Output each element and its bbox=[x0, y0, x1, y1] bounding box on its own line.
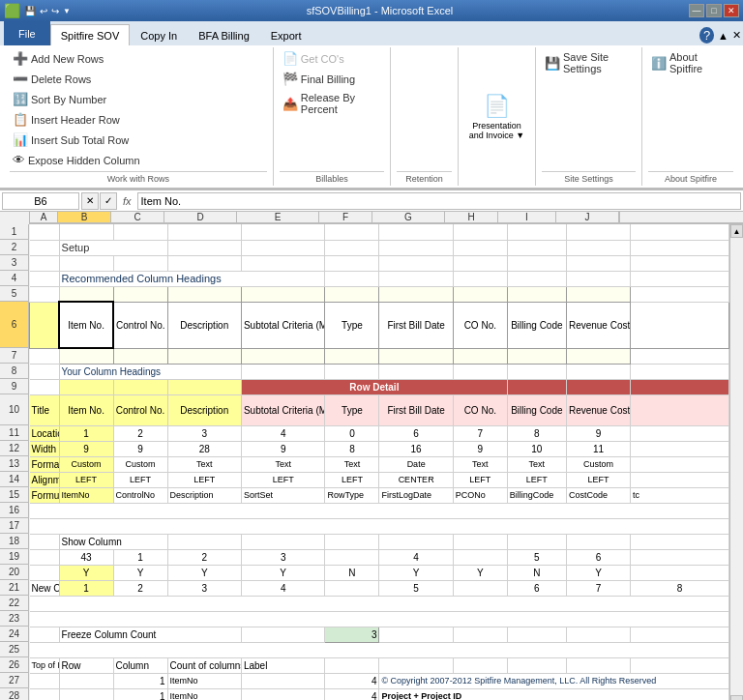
cell-b20[interactable]: Y bbox=[59, 565, 113, 580]
cell-g24[interactable] bbox=[379, 627, 453, 642]
col-header-i[interactable]: I bbox=[498, 212, 556, 223]
cell-j21[interactable]: 7 bbox=[566, 580, 630, 596]
cell-h3[interactable] bbox=[453, 255, 507, 271]
cell-b27[interactable] bbox=[59, 673, 113, 688]
row-header-23[interactable]: 23 bbox=[0, 611, 29, 627]
cell-e8[interactable] bbox=[241, 364, 325, 379]
cell-j18[interactable] bbox=[566, 534, 630, 549]
cell-b5[interactable] bbox=[59, 286, 113, 302]
cell-i4[interactable] bbox=[507, 271, 566, 286]
cell-e11[interactable]: 4 bbox=[241, 425, 325, 441]
cell-a4[interactable] bbox=[30, 271, 60, 286]
cell-b21[interactable]: 1 bbox=[59, 580, 113, 596]
cell-a18[interactable] bbox=[30, 534, 60, 549]
cell-a9[interactable] bbox=[30, 379, 60, 394]
cell-j19[interactable]: 6 bbox=[566, 549, 630, 565]
cell-d12[interactable]: 28 bbox=[167, 441, 241, 456]
cell-b18[interactable]: Show Column bbox=[59, 534, 167, 549]
cell-i18[interactable] bbox=[507, 534, 566, 549]
row-header-19[interactable]: 19 bbox=[0, 549, 29, 565]
cell-f7[interactable] bbox=[325, 348, 379, 364]
cell-f12[interactable]: 8 bbox=[325, 441, 379, 456]
cell-b7[interactable] bbox=[59, 348, 113, 364]
cell-g26[interactable] bbox=[379, 657, 453, 673]
cell-g14[interactable]: CENTER bbox=[379, 472, 453, 487]
cell-c26[interactable]: Column bbox=[113, 657, 167, 673]
row-header-12[interactable]: 12 bbox=[0, 441, 29, 456]
cell-g12[interactable]: 16 bbox=[379, 441, 453, 456]
row-header-16[interactable]: 16 bbox=[0, 503, 29, 518]
cell-g3[interactable] bbox=[379, 255, 453, 271]
cell-e14[interactable]: LEFT bbox=[241, 472, 325, 487]
cell-k2[interactable] bbox=[631, 240, 729, 255]
cell-b28[interactable] bbox=[59, 688, 113, 700]
expose-hidden-column-button[interactable]: 👁 Expose Hidden Column bbox=[10, 151, 267, 169]
cell-d14[interactable]: LEFT bbox=[167, 472, 241, 487]
cell-i11[interactable]: 8 bbox=[507, 425, 566, 441]
cell-c9[interactable] bbox=[113, 379, 167, 394]
cell-a6[interactable] bbox=[30, 302, 60, 348]
cell-k26[interactable] bbox=[631, 657, 729, 673]
cell-k9[interactable] bbox=[631, 379, 729, 394]
cell-d15[interactable]: Description bbox=[167, 487, 241, 503]
cell-k19[interactable] bbox=[631, 549, 729, 565]
cell-d7[interactable] bbox=[167, 348, 241, 364]
cell-f15[interactable]: RowType bbox=[325, 487, 379, 503]
cell-k13[interactable] bbox=[631, 456, 729, 472]
help-icon[interactable]: ? bbox=[699, 27, 714, 44]
cell-h15[interactable]: PCONo bbox=[453, 487, 507, 503]
cell-a3[interactable] bbox=[30, 255, 60, 271]
cell-b11[interactable]: 1 bbox=[59, 425, 113, 441]
cell-b24[interactable]: Freeze Column Count bbox=[59, 627, 241, 642]
cell-g6[interactable]: First Bill Date bbox=[379, 302, 453, 348]
cell-c20[interactable]: Y bbox=[113, 565, 167, 580]
cell-g13[interactable]: Date bbox=[379, 456, 453, 472]
cell-i2[interactable] bbox=[507, 240, 566, 255]
tab-spitfire-sov[interactable]: Spitfire SOV bbox=[50, 24, 131, 45]
cell-j5[interactable] bbox=[566, 286, 630, 302]
cell-i6[interactable]: Billing Code bbox=[507, 302, 566, 348]
maximize-button[interactable]: □ bbox=[706, 4, 722, 17]
row-header-13[interactable]: 13 bbox=[0, 456, 29, 472]
tab-export[interactable]: Export bbox=[260, 24, 312, 45]
cell-b6[interactable]: Item No. bbox=[59, 302, 113, 348]
get-cos-button[interactable]: 📄 Get CO's bbox=[280, 49, 384, 68]
cell-d10[interactable]: Description bbox=[167, 394, 241, 425]
quick-undo[interactable]: ↩ bbox=[40, 6, 47, 16]
cell-i3[interactable] bbox=[507, 255, 566, 271]
cell-a7[interactable] bbox=[30, 348, 60, 364]
cell-b1[interactable] bbox=[59, 224, 113, 240]
row-header-8[interactable]: 8 bbox=[0, 364, 29, 379]
cell-b9[interactable] bbox=[59, 379, 113, 394]
cell-row17[interactable] bbox=[30, 518, 729, 534]
row-header-14[interactable]: 14 bbox=[0, 472, 29, 487]
cell-f21[interactable] bbox=[325, 580, 379, 596]
cell-j15[interactable]: CostCode bbox=[566, 487, 630, 503]
row-header-6[interactable]: 6 bbox=[0, 302, 29, 348]
cell-k3[interactable] bbox=[631, 255, 729, 271]
cell-k21[interactable]: 8 bbox=[631, 580, 729, 596]
row-header-5[interactable]: 5 bbox=[0, 286, 29, 302]
row-header-9[interactable]: 9 bbox=[0, 379, 29, 394]
cell-j12[interactable]: 11 bbox=[566, 441, 630, 456]
cell-g27[interactable]: © Copyright 2007-2012 Spitfire Managemen… bbox=[379, 673, 729, 688]
cell-c7[interactable] bbox=[113, 348, 167, 364]
cell-k14[interactable] bbox=[631, 472, 729, 487]
minimize-button[interactable]: — bbox=[689, 4, 704, 17]
cell-row23[interactable] bbox=[30, 611, 729, 627]
row-header-4[interactable]: 4 bbox=[0, 271, 29, 286]
cell-h4[interactable] bbox=[453, 271, 507, 286]
cell-reference-box[interactable] bbox=[2, 192, 79, 210]
cell-j1[interactable] bbox=[566, 224, 630, 240]
cell-b2[interactable]: Setup bbox=[59, 240, 167, 255]
scroll-up-button[interactable]: ▲ bbox=[730, 224, 743, 238]
cell-a28[interactable] bbox=[30, 688, 60, 700]
cell-b15[interactable]: ItemNo bbox=[59, 487, 113, 503]
cell-b14[interactable]: LEFT bbox=[59, 472, 113, 487]
col-header-d[interactable]: D bbox=[164, 212, 237, 223]
release-by-percent-button[interactable]: 📤 Release By Percent bbox=[280, 90, 384, 117]
cell-h2[interactable] bbox=[453, 240, 507, 255]
cell-c5[interactable] bbox=[113, 286, 167, 302]
delete-rows-button[interactable]: ➖ Delete Rows bbox=[10, 70, 267, 88]
cell-h7[interactable] bbox=[453, 348, 507, 364]
